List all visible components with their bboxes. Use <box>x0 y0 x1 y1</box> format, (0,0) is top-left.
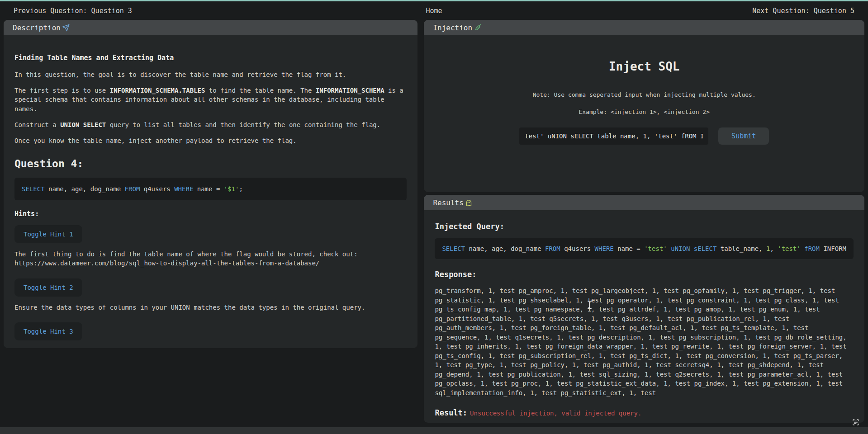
main-content: Description Finding Table Names and Extr… <box>0 20 868 423</box>
injection-panel-header: Injection <box>424 20 864 35</box>
hint-2-text: Ensure the data types of columns in your… <box>14 303 407 312</box>
response-label: Response: <box>435 270 854 279</box>
results-panel: Results Injected Query: SELECT name, age… <box>424 195 864 423</box>
injected-query-code-block: SELECT name, age, dog_name FROM q4users … <box>435 238 854 259</box>
submit-button[interactable]: Submit <box>718 127 769 145</box>
inject-sql-title: Inject SQL <box>424 60 864 73</box>
hints-heading: Hints: <box>14 209 407 219</box>
results-panel-body: Injected Query: SELECT name, age, dog_na… <box>424 210 864 423</box>
toggle-hint-1-button[interactable]: Toggle Hint 1 <box>14 225 82 243</box>
nav-previous-question[interactable]: Previous Question: Question 3 <box>14 7 294 15</box>
ghost-icon <box>465 198 473 207</box>
results-panel-header: Results <box>424 195 864 210</box>
toggle-hint-2-button[interactable]: Toggle Hint 2 <box>14 278 82 297</box>
top-navigation-bar: Previous Question: Question 3 Home Next … <box>0 1 868 20</box>
scan-text-icon[interactable] <box>852 419 859 428</box>
results-panel-title: Results <box>433 198 463 207</box>
result-line: Result:Unsuccessful injection, valid inj… <box>435 408 854 417</box>
nav-home[interactable]: Home <box>294 7 574 15</box>
description-heading: Finding Table Names and Extracting Data <box>14 53 407 63</box>
bottom-bar <box>0 427 868 434</box>
injection-example: Example: <injection 1>, <injection 2> <box>424 108 864 115</box>
description-paragraph: The first step is to use INFORMATION_SCH… <box>14 86 407 113</box>
description-panel-body: Finding Table Names and Extracting Data … <box>4 35 417 348</box>
injection-panel: Injection Inject SQL Note: Use comma sep… <box>424 20 864 192</box>
hint-3-text: Check your injected query. Is anything g… <box>14 347 407 348</box>
description-panel: Description Finding Table Names and Extr… <box>4 20 417 348</box>
syringe-icon <box>474 24 481 32</box>
response-text: pg_transform, 1, test pg_amproc, 1, test… <box>435 286 854 397</box>
injected-query-label: Injected Query: <box>435 222 854 231</box>
description-paragraph: Construct a UNION SELECT query to list a… <box>14 120 407 129</box>
question-heading: Question 4: <box>14 156 407 171</box>
injection-panel-body: Inject SQL Note: Use comma seperated inp… <box>424 35 864 192</box>
right-column: Injection Inject SQL Note: Use comma sep… <box>424 20 864 423</box>
description-paragraph: Once you know the table name, inject ano… <box>14 136 407 145</box>
nav-next-question[interactable]: Next Question: Question 5 <box>574 7 854 15</box>
description-panel-header: Description <box>4 20 417 35</box>
injection-input-row: Submit <box>424 127 864 145</box>
paper-plane-icon <box>62 24 70 32</box>
injection-panel-title: Injection <box>433 24 472 32</box>
toggle-hint-3-button[interactable]: Toggle Hint 3 <box>14 322 82 340</box>
result-label: Result: <box>435 408 467 417</box>
hint-1-text: The first thing to do is find the table … <box>14 250 407 268</box>
question-sql-code-block: SELECT name, age, dog_name FROM q4users … <box>14 178 407 200</box>
injection-input[interactable] <box>519 127 708 145</box>
injection-note: Note: Use comma seperated input when inj… <box>424 91 864 98</box>
result-error-text: Unsuccessful injection, valid injected q… <box>467 410 641 417</box>
description-paragraph: In this question, the goal is to discove… <box>14 70 407 79</box>
description-panel-title: Description <box>13 24 61 32</box>
